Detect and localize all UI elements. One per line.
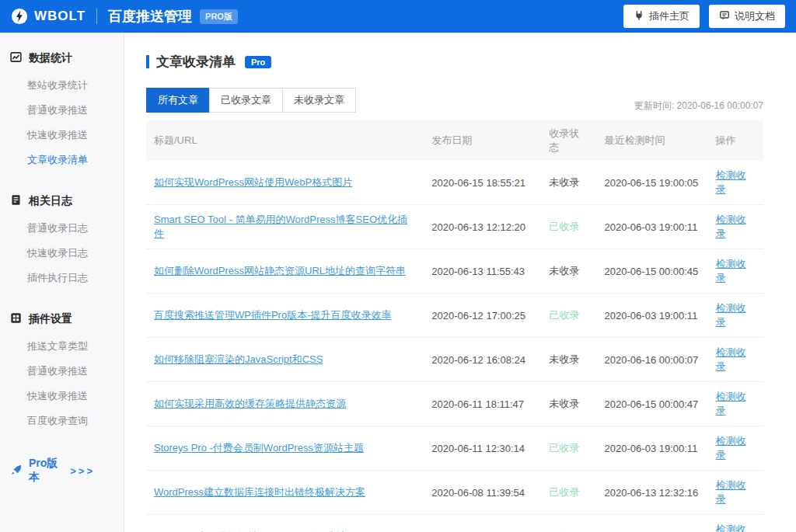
last-checked-time: 2020-06-03 19:00:11 xyxy=(597,294,708,338)
last-checked-time: 2020-06-15 00:00:47 xyxy=(597,382,708,426)
tab-not-included-articles[interactable]: 未收录文章 xyxy=(282,88,356,113)
grid-icon xyxy=(10,312,22,326)
sidebar-item[interactable]: 快速收录推送 xyxy=(0,384,124,409)
table-row: 如何删除WordPress网站静态资源URL地址的查询字符串2020-06-13… xyxy=(146,249,763,294)
sidebar-section: 插件设置推送文章类型普通收录推送快速收录推送百度收录查询 xyxy=(0,308,124,433)
column-header-publish-date: 发布日期 xyxy=(424,120,541,161)
column-header-title-url: 标题/URL xyxy=(146,120,424,161)
sidebar: 数据统计整站收录统计普通收录推送快速收录推送文章收录清单相关日志普通收录日志快速… xyxy=(0,33,124,532)
sidebar-item[interactable]: 快速收录推送 xyxy=(0,123,124,148)
app-title: 百度推送管理 xyxy=(108,7,192,26)
sidebar-pro-link[interactable]: Pro版本 >>> xyxy=(0,450,124,491)
article-title-link[interactable]: 百度搜索推送管理WP插件Pro版本-提升百度收录效率 xyxy=(154,309,392,321)
sidebar-section-label: 数据统计 xyxy=(29,51,72,65)
article-title-link[interactable]: 如何移除阻塞渲染的JavaScript和CSS xyxy=(154,353,323,365)
pro-version-pill: PRO版 xyxy=(200,9,238,24)
rocket-icon xyxy=(10,464,23,478)
publish-date: 2020-06-06 18:25:57 xyxy=(424,515,541,532)
publish-date: 2020-06-12 17:00:25 xyxy=(424,294,541,338)
table-row: 如何移除阻塞渲染的JavaScript和CSS2020-06-12 16:08:… xyxy=(146,338,763,382)
header-actions: 插件主页 说明文档 xyxy=(623,5,785,28)
table-row: eLib Pro -电子书资源站WordPress会员制主题2020-06-06… xyxy=(146,515,763,532)
chart-icon xyxy=(10,51,22,65)
tab-included-articles[interactable]: 已收录文章 xyxy=(209,88,283,113)
check-inclusion-link[interactable]: 检测收录 xyxy=(716,346,746,372)
sidebar-section: 数据统计整站收录统计普通收录推送快速收录推送文章收录清单 xyxy=(0,47,124,172)
sidebar-section-title: 数据统计 xyxy=(0,47,124,73)
last-checked-time: 2020-06-03 19:00:11 xyxy=(597,205,708,249)
publish-date: 2020-06-11 18:11:47 xyxy=(424,382,541,426)
header-divider xyxy=(96,9,97,24)
inclusion-status: 未收录 xyxy=(549,353,579,365)
inclusion-status: 已收录 xyxy=(549,221,579,232)
inclusion-status: 未收录 xyxy=(549,398,579,409)
publish-date: 2020-06-13 11:55:43 xyxy=(424,249,541,294)
sidebar-section-title: 插件设置 xyxy=(0,308,124,334)
sidebar-item[interactable]: 普通收录推送 xyxy=(0,98,124,123)
table-row: Storeys Pro -付费会员制WordPress资源站主题2020-06-… xyxy=(146,426,763,471)
plugin-home-button[interactable]: 插件主页 xyxy=(623,5,700,28)
last-checked-time: 2020-06-03 19:00:11 xyxy=(597,515,708,532)
docs-label: 说明文档 xyxy=(735,9,775,23)
sidebar-item[interactable]: 百度收录查询 xyxy=(0,409,124,433)
sidebar-item[interactable]: 快速收录日志 xyxy=(0,241,124,266)
publish-date: 2020-06-12 16:08:24 xyxy=(424,338,541,382)
inclusion-status: 未收录 xyxy=(549,265,579,276)
filter-tabs: 所有文章 已收录文章 未收录文章 xyxy=(146,88,356,113)
document-icon xyxy=(719,10,730,23)
article-title-link[interactable]: WordPress建立数据库连接时出错终极解决方案 xyxy=(154,486,365,498)
triple-chevron-icon: >>> xyxy=(70,465,113,477)
check-inclusion-link[interactable]: 检测收录 xyxy=(716,258,746,283)
publish-date: 2020-06-11 12:30:14 xyxy=(424,426,541,471)
docs-button[interactable]: 说明文档 xyxy=(709,5,785,28)
article-title-link[interactable]: Smart SEO Tool - 简单易用的WordPress博客SEO优化插件 xyxy=(154,214,407,239)
top-header: WBOLT 百度推送管理 PRO版 插件主页 xyxy=(0,0,796,33)
check-inclusion-link[interactable]: 检测收录 xyxy=(716,169,746,195)
table-row: 百度搜索推送管理WP插件Pro版本-提升百度收录效率2020-06-12 17:… xyxy=(146,294,763,338)
plug-icon xyxy=(634,10,644,23)
title-accent-bar xyxy=(146,55,149,68)
last-checked-time: 2020-06-03 19:00:11 xyxy=(597,426,708,471)
page-pro-badge: Pro xyxy=(245,56,271,68)
sidebar-section-label: 相关日志 xyxy=(29,194,72,208)
inclusion-status: 已收录 xyxy=(549,486,579,498)
tab-all-articles[interactable]: 所有文章 xyxy=(146,88,210,113)
last-checked-time: 2020-06-15 00:00:45 xyxy=(597,249,708,294)
sidebar-section-title: 相关日志 xyxy=(0,190,124,216)
table-body: 如何实现WordPress网站使用WebP格式图片2020-06-15 18:5… xyxy=(146,161,763,532)
column-header-last-checked: 最近检测时间 xyxy=(597,120,708,161)
table-row: 如何实现WordPress网站使用WebP格式图片2020-06-15 18:5… xyxy=(146,161,763,205)
check-inclusion-link[interactable]: 检测收录 xyxy=(716,435,746,461)
sidebar-item[interactable]: 整站收录统计 xyxy=(0,73,124,98)
last-checked-time: 2020-06-13 12:32:16 xyxy=(597,471,708,515)
sidebar-item[interactable]: 普通收录日志 xyxy=(0,216,124,241)
sidebar-item[interactable]: 文章收录清单 xyxy=(0,148,124,172)
sidebar-pro-label: Pro版本 xyxy=(29,457,64,485)
sidebar-sections: 数据统计整站收录统计普通收录推送快速收录推送文章收录清单相关日志普通收录日志快速… xyxy=(0,47,124,433)
article-title-link[interactable]: 如何实现采用高效的缓存策略提供静态资源 xyxy=(154,398,346,409)
table-row: Smart SEO Tool - 简单易用的WordPress博客SEO优化插件… xyxy=(146,205,763,249)
log-icon xyxy=(10,194,22,208)
table-row: 如何实现采用高效的缓存策略提供静态资源2020-06-11 18:11:47未收… xyxy=(146,382,763,426)
last-checked-time: 2020-06-16 00:00:07 xyxy=(597,338,708,382)
check-inclusion-link[interactable]: 检测收录 xyxy=(716,302,746,328)
check-inclusion-link[interactable]: 检测收录 xyxy=(716,479,746,505)
brand-logo: WBOLT xyxy=(11,8,86,25)
article-title-link[interactable]: 如何删除WordPress网站静态资源URL地址的查询字符串 xyxy=(154,265,406,276)
tabs-row: 所有文章 已收录文章 未收录文章 更新时间: 2020-06-16 00:00:… xyxy=(146,88,763,113)
sidebar-section-label: 插件设置 xyxy=(29,312,72,326)
inclusion-status: 已收录 xyxy=(549,309,579,321)
sidebar-item[interactable]: 推送文章类型 xyxy=(0,334,124,359)
publish-date: 2020-06-15 18:55:21 xyxy=(424,161,541,205)
table-header-row: 标题/URL 发布日期 收录状态 最近检测时间 操作 xyxy=(146,120,763,161)
article-title-link[interactable]: Storeys Pro -付费会员制WordPress资源站主题 xyxy=(154,442,364,454)
article-title-link[interactable]: 如何实现WordPress网站使用WebP格式图片 xyxy=(154,176,352,188)
column-header-status: 收录状态 xyxy=(541,120,596,161)
sidebar-item[interactable]: 普通收录推送 xyxy=(0,359,124,384)
sidebar-item[interactable]: 插件执行日志 xyxy=(0,266,124,290)
check-inclusion-link[interactable]: 检测收录 xyxy=(716,214,746,239)
check-inclusion-link[interactable]: 检测收录 xyxy=(716,523,746,532)
check-inclusion-link[interactable]: 检测收录 xyxy=(716,391,746,416)
page-header: 文章收录清单 Pro xyxy=(146,53,763,71)
publish-date: 2020-06-08 11:39:54 xyxy=(424,471,541,515)
